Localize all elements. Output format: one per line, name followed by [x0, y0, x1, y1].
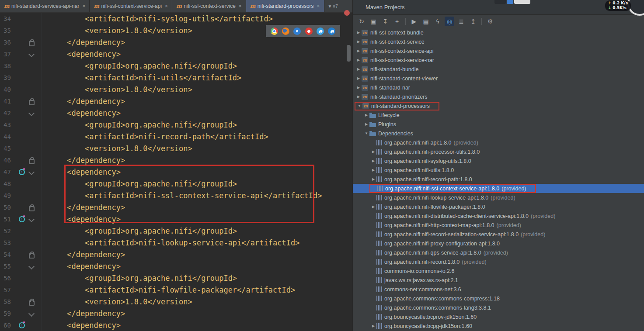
gutter-fold-end-icon[interactable] — [29, 41, 35, 46]
tree-expand-arrow[interactable]: ▶ — [370, 159, 376, 163]
download-sources-icon[interactable]: ↧ — [380, 17, 390, 26]
editor-line[interactable]: 47 <dependency> — [0, 166, 352, 178]
gutter-fold-start-icon[interactable] — [28, 110, 35, 116]
gutter-navigate-up-icon[interactable] — [19, 216, 25, 222]
tree-expand-arrow[interactable]: ▶ — [355, 49, 362, 53]
editor-line[interactable]: 45 <version>1.8.0</version> — [0, 142, 352, 154]
reimport-all-maven-projects-icon[interactable]: ↻ — [357, 17, 366, 26]
tree-expand-arrow[interactable]: ▶ — [355, 95, 362, 99]
editor-line[interactable]: 41 </dependency> — [0, 95, 352, 107]
editor-tab[interactable]: nifi-ssl-context-service × — [172, 0, 246, 12]
tree-row[interactable]: org.apache.nifi:nifi-distributed-cache-c… — [353, 211, 644, 221]
editor-line[interactable]: 38 <groupId>org.apache.nifi</groupId> — [0, 60, 352, 72]
tree-row[interactable]: ▶ org.apache.nifi:nifi-record-path:1.8.0 — [353, 175, 644, 184]
tab-close-icon[interactable]: × — [82, 3, 85, 9]
maven-settings-icon[interactable]: ⚙ — [485, 17, 495, 26]
tree-row[interactable]: org.apache.commons:commons-lang3:3.8.1 — [353, 303, 644, 312]
editor-line[interactable]: 40 <version>1.8.0</version> — [0, 83, 352, 95]
editor-tab[interactable]: nifi-standard-services-api-nar × — [0, 0, 90, 12]
editor-tab[interactable]: nifi-standard-processors × — [246, 0, 324, 12]
editor-line[interactable]: 54 </dependency> — [0, 248, 352, 260]
collapse-all-icon[interactable]: ↥ — [468, 17, 478, 26]
editor-line[interactable]: 43 <groupId>org.apache.nifi</groupId> — [0, 119, 352, 131]
toolbar-divider[interactable] — [481, 18, 482, 25]
update-folders-icon[interactable]: ▣ — [369, 17, 378, 26]
editor-line[interactable]: 46 </dependency> — [0, 154, 352, 166]
tree-row[interactable]: ▶ nifi-ssl-context-bundle — [353, 28, 644, 37]
code-editor[interactable]: 34 <artifactId>nifi-syslog-utils</artifa… — [0, 13, 352, 331]
gutter-fold-end-icon[interactable] — [29, 100, 35, 105]
editor-line[interactable]: 55 <dependency> — [0, 260, 352, 272]
gutter-fold-start-icon[interactable] — [28, 169, 35, 175]
hidden-tabs-dropdown[interactable]: ▼ ≡7 — [324, 0, 341, 12]
add-maven-project-icon[interactable]: + — [392, 17, 402, 26]
tree-row[interactable]: org.apache.nifi:nifi-qps-service-api:1.8… — [353, 248, 644, 257]
editor-tab[interactable]: nifi-ssl-context-service-api × — [90, 0, 172, 12]
editor-line[interactable]: 44 <artifactId>nifi-record-path</artifac… — [0, 131, 352, 142]
chrome-icon[interactable] — [271, 28, 278, 35]
tree-row[interactable]: org.apache.nifi:nifi-proxy-configuration… — [353, 239, 644, 248]
editor-scrollbar-thumb[interactable] — [347, 45, 351, 62]
tree-expand-arrow[interactable]: ▼ — [356, 104, 362, 108]
tree-row[interactable]: ▼ Dependencies — [353, 129, 644, 138]
gutter-fold-end-icon[interactable] — [29, 253, 35, 259]
tree-row[interactable]: ▶ nifi-standard-nar — [353, 83, 644, 92]
tree-row[interactable]: org.apache.nifi:nifi-http-context-map-ap… — [353, 221, 644, 230]
gutter-navigate-up-icon[interactable] — [19, 169, 25, 175]
editor-line[interactable]: 56 <groupId>org.apache.nifi</groupId> — [0, 272, 352, 284]
tree-row[interactable]: org.apache.nifi:nifi-lookup-service-api:… — [353, 193, 644, 202]
edge-icon[interactable] — [328, 28, 335, 35]
show-dependencies-icon[interactable]: ≣ — [456, 17, 466, 26]
editor-line[interactable]: 34 <artifactId>nifi-syslog-utils</artifa… — [0, 13, 352, 24]
gutter-navigate-up-icon[interactable] — [19, 322, 25, 328]
toolbar-divider[interactable] — [405, 18, 406, 25]
tree-row[interactable]: ▶ nifi-standard-content-viewer — [353, 74, 644, 83]
tree-row[interactable]: ▶ Plugins — [353, 120, 644, 129]
tree-expand-arrow[interactable]: ▶ — [355, 76, 362, 80]
editor-line[interactable]: 59 </dependency> — [0, 307, 352, 319]
gutter-fold-end-icon[interactable] — [29, 159, 35, 164]
tree-expand-arrow[interactable]: ▶ — [363, 113, 369, 117]
tree-row[interactable]: ▼ nifi-standard-processors — [353, 101, 644, 110]
tree-expand-arrow[interactable]: ▶ — [370, 177, 376, 181]
tree-row[interactable]: ▶ nifi-ssl-context-service-api — [353, 46, 644, 55]
tree-expand-arrow[interactable]: ▶ — [363, 122, 369, 126]
gutter-fold-start-icon[interactable] — [28, 51, 35, 57]
editor-line[interactable]: 36 </dependency> — [0, 36, 352, 48]
editor-line[interactable]: 50 </dependency> — [0, 201, 352, 213]
tree-row[interactable]: org.apache.commons:commons-compress:1.18 — [353, 294, 644, 303]
gutter-fold-start-icon[interactable] — [28, 216, 35, 222]
tree-row[interactable]: commons-io:commons-io:2.6 — [353, 266, 644, 276]
tree-row[interactable]: ▶ org.bouncycastle:bcpg-jdk15on:1.60 — [353, 321, 644, 331]
safari-icon[interactable] — [293, 28, 301, 35]
editor-line[interactable]: 60 <dependency> — [0, 319, 352, 331]
gutter-fold-start-icon[interactable] — [28, 310, 35, 317]
editor-line[interactable]: 42 <dependency> — [0, 107, 352, 119]
tree-expand-arrow[interactable]: ▶ — [370, 205, 376, 209]
tree-row[interactable]: org.apache.nifi:nifi-ssl-context-service… — [353, 184, 644, 193]
skip-tests-icon[interactable]: ◎ — [445, 17, 454, 26]
toggle-offline-icon[interactable]: ϟ — [433, 17, 442, 26]
gutter-fold-start-icon[interactable] — [28, 263, 35, 269]
editor-line[interactable]: 57 <artifactId>nifi-flowfile-packager</a… — [0, 284, 352, 296]
tree-expand-arrow[interactable]: ▶ — [355, 67, 362, 71]
tree-row[interactable]: ▶ nifi-standard-bundle — [353, 65, 644, 74]
tree-expand-arrow[interactable]: ▶ — [355, 86, 362, 90]
tree-row[interactable]: org.apache.nifi:nifi-record:1.8.0 (provi… — [353, 257, 644, 266]
tree-row[interactable]: ▶ nifi-standard-prioritizers — [353, 92, 644, 101]
tree-row[interactable]: org.bouncycastle:bcprov-jdk15on:1.60 — [353, 312, 644, 321]
editor-line[interactable]: 52 <groupId>org.apache.nifi</groupId> — [0, 225, 352, 237]
ie-icon[interactable] — [317, 28, 324, 35]
tree-row[interactable]: ▶ org.apache.nifi:nifi-utils:1.8.0 — [353, 166, 644, 175]
editor-line[interactable]: 53 <artifactId>nifi-lookup-service-api</… — [0, 237, 352, 248]
tree-expand-arrow[interactable]: ▼ — [363, 131, 369, 135]
firefox-icon[interactable] — [282, 28, 289, 35]
tree-expand-arrow[interactable]: ▶ — [370, 168, 376, 172]
tree-row[interactable]: commons-net:commons-net:3.6 — [353, 285, 644, 294]
tree-expand-arrow[interactable]: ▶ — [355, 31, 362, 34]
gutter-fold-end-icon[interactable] — [29, 206, 35, 211]
tree-expand-arrow[interactable]: ▶ — [370, 150, 376, 154]
tree-row[interactable]: org.apache.nifi:nifi-record-serializatio… — [353, 230, 644, 239]
tree-row[interactable]: ▶ org.apache.nifi:nifi-syslog-utils:1.8.… — [353, 156, 644, 166]
tree-row[interactable]: ▶ nifi-ssl-context-service-nar — [353, 55, 644, 65]
